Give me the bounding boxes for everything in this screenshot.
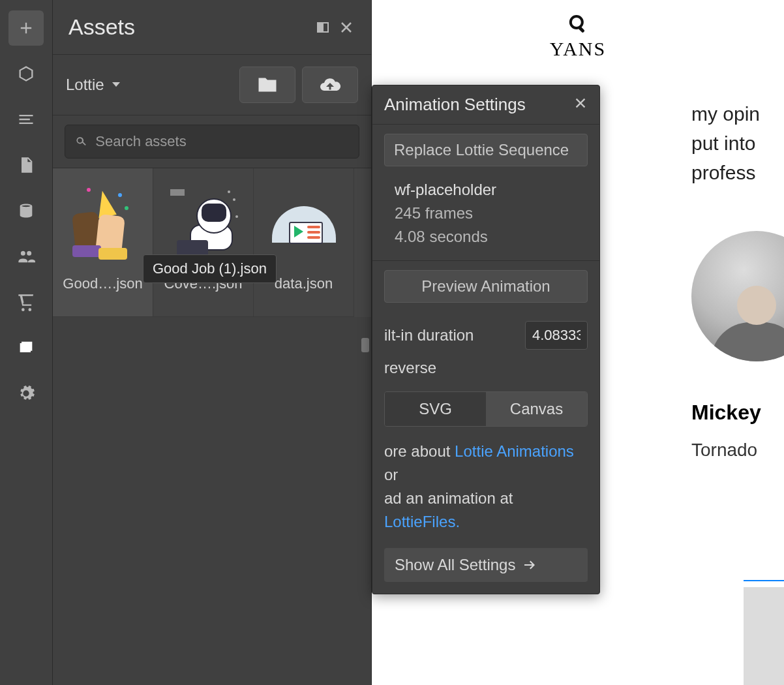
close-icon xyxy=(339,20,354,35)
asset-search-wrap xyxy=(53,115,371,168)
arrow-right-icon xyxy=(523,559,536,571)
asset-item-goodjob[interactable]: Good….json xyxy=(53,168,153,317)
cart-icon xyxy=(17,293,35,311)
anim-help-fragment: ore about xyxy=(384,442,455,460)
preview-animation-button[interactable]: Preview Animation xyxy=(384,270,588,303)
logo-text: YANS xyxy=(550,38,606,60)
panel-icon xyxy=(315,20,331,35)
anim-reverse-label: reverse xyxy=(384,359,436,377)
asset-scrollbar[interactable] xyxy=(361,338,369,352)
rail-pages[interactable] xyxy=(8,147,44,183)
cloud-upload-icon xyxy=(318,73,342,97)
testimonial-text: my opin put into profess xyxy=(691,99,784,187)
assets-header: Assets xyxy=(53,0,371,55)
empty-canvas-region xyxy=(744,587,784,685)
anim-seconds: 4.08 seconds xyxy=(395,225,588,249)
anim-frames: 245 frames xyxy=(395,202,588,225)
rail-cms[interactable] xyxy=(8,193,44,228)
anim-close-button[interactable] xyxy=(573,96,588,114)
anim-title: Animation Settings xyxy=(384,95,526,115)
cube-icon xyxy=(17,65,35,83)
panel-close-button[interactable] xyxy=(335,16,358,39)
asset-item-cove[interactable]: Cove….json xyxy=(153,168,254,317)
assets-panel: Assets Lottie xyxy=(52,0,372,685)
asset-tooltip: Good Job (1).json xyxy=(143,254,277,283)
users-icon xyxy=(17,247,35,266)
left-rail xyxy=(0,0,52,685)
gear-icon xyxy=(17,384,35,403)
database-icon xyxy=(17,202,35,220)
rail-ecommerce[interactable] xyxy=(8,284,44,320)
svg-point-0 xyxy=(571,16,582,28)
asset-thumb xyxy=(168,187,239,258)
anim-duration-label: ilt-in duration xyxy=(384,326,474,344)
asset-label: data.json xyxy=(275,275,333,292)
folder-plus-icon xyxy=(256,73,279,97)
anim-help-text: ore about Lottie Animations or ad an ani… xyxy=(372,436,599,538)
renderer-segment: SVG Canvas xyxy=(384,391,588,427)
renderer-svg-button[interactable]: SVG xyxy=(385,392,486,426)
anim-duration-input[interactable] xyxy=(525,321,588,350)
rail-add[interactable] xyxy=(8,10,44,46)
chevron-down-icon xyxy=(111,81,121,89)
assets-toolbar: Lottie xyxy=(53,55,371,115)
new-folder-button[interactable] xyxy=(239,67,295,103)
upload-button[interactable] xyxy=(302,67,358,103)
testimonial-subtitle: Tornado xyxy=(691,440,757,461)
selection-outline xyxy=(744,580,784,581)
assets-title: Assets xyxy=(68,14,311,40)
asset-grid: Good….json Cove….json data.json xyxy=(53,168,371,317)
anim-header: Animation Settings xyxy=(372,85,599,125)
list-icon xyxy=(17,110,35,129)
images-icon xyxy=(17,339,35,357)
show-all-settings-button[interactable]: Show All Settings xyxy=(384,548,588,582)
testimonial-name: Mickey xyxy=(691,401,761,425)
rail-users[interactable] xyxy=(8,239,44,274)
anim-placeholder-name: wf-placeholder xyxy=(395,178,588,202)
testimonial-line: put into xyxy=(691,129,784,158)
rail-navigator[interactable] xyxy=(8,102,44,137)
asset-search-box[interactable] xyxy=(65,125,359,159)
asset-label: Good….json xyxy=(63,275,142,292)
show-all-label: Show All Settings xyxy=(395,556,515,574)
replace-sequence-button[interactable]: Replace Lottie Sequence xyxy=(384,134,588,166)
anim-reverse-row: reverse xyxy=(372,359,599,386)
anim-help-fragment: or xyxy=(384,466,398,483)
testimonial-avatar xyxy=(691,231,784,361)
plus-icon xyxy=(17,19,35,37)
anim-help-fragment: ad an animation at xyxy=(384,489,513,507)
anim-duration-row: ilt-in duration xyxy=(372,312,599,359)
asset-filter-label: Lottie xyxy=(66,76,104,94)
animation-settings-panel: Animation Settings Replace Lottie Sequen… xyxy=(372,85,600,594)
page-icon xyxy=(17,156,35,174)
asset-search-input[interactable] xyxy=(95,133,350,150)
testimonial-line: my opin xyxy=(691,99,784,129)
rail-elements[interactable] xyxy=(8,56,44,91)
rail-settings[interactable] xyxy=(8,376,44,411)
anim-asset-info: wf-placeholder 245 frames 4.08 seconds xyxy=(372,175,599,261)
testimonial-line: profess xyxy=(691,158,784,187)
renderer-canvas-button[interactable]: Canvas xyxy=(486,392,587,426)
logo-mark-icon xyxy=(566,13,590,34)
lottiefiles-link[interactable]: LottieFiles. xyxy=(384,513,460,530)
asset-item-data[interactable]: data.json xyxy=(254,168,354,317)
site-logo: YANS xyxy=(550,13,606,60)
lottie-animations-link[interactable]: Lottie Animations xyxy=(455,442,574,460)
search-icon xyxy=(74,134,87,149)
close-icon xyxy=(573,96,588,110)
asset-thumb xyxy=(268,187,340,258)
rail-assets[interactable] xyxy=(8,330,44,365)
asset-thumb xyxy=(67,187,139,258)
panel-dock-button[interactable] xyxy=(311,16,335,39)
asset-filter-dropdown[interactable]: Lottie xyxy=(66,76,233,94)
